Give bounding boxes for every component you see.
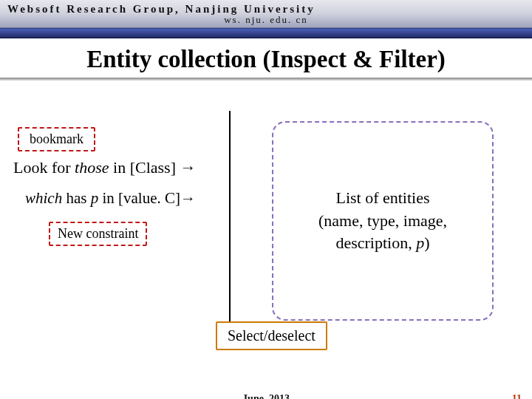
footer-date: June, 2013: [242, 393, 290, 399]
select-chip: Select/deselect: [216, 321, 327, 350]
which-has: has: [62, 189, 91, 207]
entity-list-text: List of entities (name, type, image, des…: [318, 187, 447, 255]
which-suffix: in [value. C]→: [98, 189, 196, 207]
content-area: bookmark Look for those in [Class] → whi…: [0, 111, 532, 362]
which-p: p: [91, 189, 99, 207]
look-those: those: [75, 158, 109, 177]
new-constraint-label: New constraint: [49, 222, 147, 246]
accent-bar: [0, 28, 532, 38]
look-suffix: in [Class] →: [109, 158, 197, 177]
header-url: ws. nju. edu. cn: [7, 14, 525, 26]
entity-list-box: List of entities (name, type, image, des…: [272, 121, 494, 321]
look-for-line: Look for those in [Class] →: [13, 158, 197, 177]
title-underline: [0, 78, 532, 81]
look-prefix: Look for: [13, 158, 75, 177]
bookmark-label: bookmark: [18, 127, 95, 151]
vertical-divider: [229, 111, 231, 332]
slide-title: Entity collection (Inspect & Filter): [0, 38, 532, 78]
new-constraint-chip: New constraint: [49, 222, 147, 246]
select-label: Select/deselect: [216, 321, 327, 350]
page-number: 11: [512, 393, 522, 399]
bookmark-chip: bookmark: [18, 127, 95, 151]
which-prefix: which: [25, 189, 62, 207]
which-line: which has p in [value. C]→: [25, 189, 196, 208]
header-bar: Websoft Research Group, Nanjing Universi…: [0, 0, 532, 28]
